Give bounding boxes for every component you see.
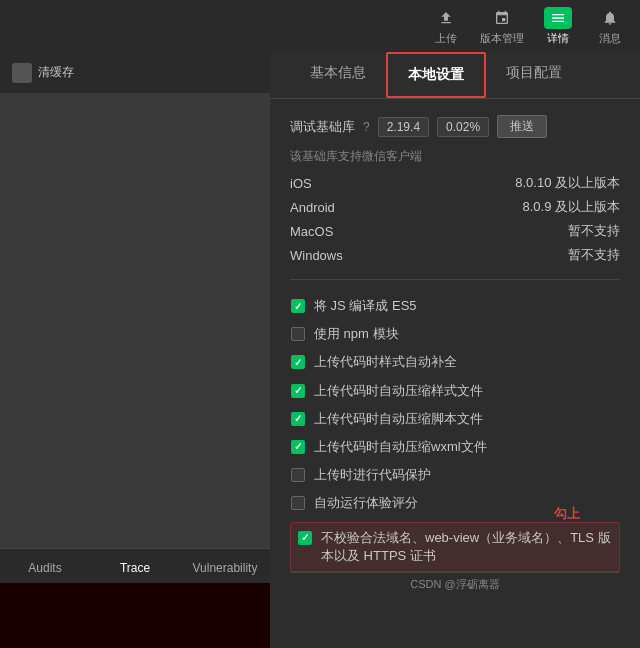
debug-percent: 0.02%	[437, 117, 489, 137]
platform-windows: Windows 暂不支持	[290, 243, 620, 267]
right-panel: 基本信息 本地设置 项目配置 调试基础库 ? 2.19.4 0.02% 推送 该…	[270, 52, 640, 648]
toolbar-messages-label: 消息	[599, 31, 621, 46]
checkbox-checked-icon6	[298, 531, 312, 545]
sidebar-bottom: Audits Trace Vulnerability	[0, 548, 270, 648]
option-code-protect-label: 上传时进行代码保护	[314, 466, 431, 484]
sidebar-content	[0, 93, 270, 548]
tab-project[interactable]: 项目配置	[486, 52, 582, 98]
toolbar-version-label: 版本管理	[480, 31, 524, 46]
checkbox-checked-icon2	[291, 355, 305, 369]
checkbox-unchecked-icon2	[291, 468, 305, 482]
option-compress-script: 上传代码时自动压缩脚本文件	[290, 405, 620, 433]
clear-cache-label[interactable]: 清缓存	[38, 60, 74, 85]
checkbox-no-verify[interactable]	[297, 530, 313, 546]
bell-icon	[596, 7, 624, 29]
sidebar-bottom-content	[0, 583, 270, 648]
option-no-verify: 不校验合法域名、web-view（业务域名）、TLS 版本以及 HTTPS 证书	[290, 522, 620, 572]
platform-ios-name: iOS	[290, 176, 312, 191]
tabs-row: 基本信息 本地设置 项目配置	[270, 52, 640, 99]
checkbox-code-protect[interactable]	[290, 467, 306, 483]
toolbar-messages[interactable]: 消息	[592, 7, 628, 46]
toolbar-upload-label: 上传	[435, 31, 457, 46]
checkbox-compress-wxml[interactable]	[290, 439, 306, 455]
tab-local[interactable]: 本地设置	[386, 52, 486, 98]
platform-android-version: 8.0.9 及以上版本	[522, 198, 620, 216]
push-button[interactable]: 推送	[497, 115, 547, 138]
app-icon	[12, 63, 32, 83]
option-no-verify-label: 不校验合法域名、web-view（业务域名）、TLS 版本以及 HTTPS 证书	[321, 529, 613, 565]
debug-label: 调试基础库	[290, 118, 355, 136]
sidebar-tab-audits[interactable]: Audits	[0, 557, 90, 579]
option-compress-wxml: 上传代码时自动压缩wxml文件	[290, 433, 620, 461]
sidebar-top: 清缓存	[0, 52, 270, 93]
option-npm-label: 使用 npm 模块	[314, 325, 399, 343]
checkbox-compress-style[interactable]	[290, 383, 306, 399]
tab-basic[interactable]: 基本信息	[290, 52, 386, 98]
platform-macos: MacOS 暂不支持	[290, 219, 620, 243]
toolbar-details-label: 详情	[547, 31, 569, 46]
option-compile-es5-label: 将 JS 编译成 ES5	[314, 297, 417, 315]
checkbox-auto-eval[interactable]	[290, 495, 306, 511]
version-icon	[488, 7, 516, 29]
debug-row: 调试基础库 ? 2.19.4 0.02% 推送	[290, 115, 620, 138]
upload-icon	[432, 7, 460, 29]
support-section: 该基础库支持微信客户端 iOS 8.0.10 及以上版本 Android 8.0…	[290, 148, 620, 267]
checkbox-compress-script[interactable]	[290, 411, 306, 427]
platform-android-name: Android	[290, 200, 335, 215]
toolbar-upload[interactable]: 上传	[428, 7, 464, 46]
toolbar: 上传 版本管理 详情 消息	[0, 0, 640, 52]
platform-windows-version: 暂不支持	[568, 246, 620, 264]
sidebar-tab-trace[interactable]: Trace	[90, 557, 180, 579]
checkbox-checked-icon	[291, 299, 305, 313]
divider	[290, 279, 620, 280]
toolbar-details[interactable]: 详情	[540, 7, 576, 46]
csdn-watermark: CSDN @浮砺离器	[290, 572, 620, 594]
menu-icon	[544, 7, 572, 29]
option-auto-style-label: 上传代码时样式自动补全	[314, 353, 457, 371]
options-section: 将 JS 编译成 ES5 使用 npm 模块 上传代码时样式自动补全	[290, 292, 620, 572]
checkbox-auto-style[interactable]	[290, 354, 306, 370]
checkbox-checked-icon5	[291, 440, 305, 454]
platform-android: Android 8.0.9 及以上版本	[290, 195, 620, 219]
platform-macos-version: 暂不支持	[568, 222, 620, 240]
platform-ios-version: 8.0.10 及以上版本	[515, 174, 620, 192]
option-code-protect: 上传时进行代码保护	[290, 461, 620, 489]
main-layout: 清缓存 Audits Trace Vulnerability 基本信息 本地设置…	[0, 52, 640, 648]
option-auto-eval: 自动运行体验评分 勾上	[290, 489, 620, 517]
option-auto-style: 上传代码时样式自动补全	[290, 348, 620, 376]
annotation-text: 勾上	[554, 505, 580, 523]
option-npm: 使用 npm 模块	[290, 320, 620, 348]
option-auto-eval-label: 自动运行体验评分	[314, 494, 418, 512]
option-compress-wxml-label: 上传代码时自动压缩wxml文件	[314, 438, 487, 456]
platform-windows-name: Windows	[290, 248, 343, 263]
debug-version: 2.19.4	[378, 117, 429, 137]
platform-ios: iOS 8.0.10 及以上版本	[290, 171, 620, 195]
option-compile-es5: 将 JS 编译成 ES5	[290, 292, 620, 320]
support-title: 该基础库支持微信客户端	[290, 148, 620, 165]
help-icon[interactable]: ?	[363, 120, 370, 134]
option-compress-script-label: 上传代码时自动压缩脚本文件	[314, 410, 483, 428]
option-compress-style: 上传代码时自动压缩样式文件	[290, 377, 620, 405]
checkbox-checked-icon3	[291, 384, 305, 398]
sidebar-tab-vulnerability[interactable]: Vulnerability	[180, 557, 270, 579]
checkbox-compile-es5[interactable]	[290, 298, 306, 314]
panel-content: 调试基础库 ? 2.19.4 0.02% 推送 该基础库支持微信客户端 iOS …	[270, 99, 640, 648]
platform-macos-name: MacOS	[290, 224, 333, 239]
sidebar-tabs: Audits Trace Vulnerability	[0, 548, 270, 583]
sidebar: 清缓存 Audits Trace Vulnerability	[0, 52, 270, 648]
option-compress-style-label: 上传代码时自动压缩样式文件	[314, 382, 483, 400]
checkbox-unchecked-icon	[291, 327, 305, 341]
checkbox-unchecked-icon3	[291, 496, 305, 510]
checkbox-checked-icon4	[291, 412, 305, 426]
toolbar-version[interactable]: 版本管理	[480, 7, 524, 46]
checkbox-npm[interactable]	[290, 326, 306, 342]
